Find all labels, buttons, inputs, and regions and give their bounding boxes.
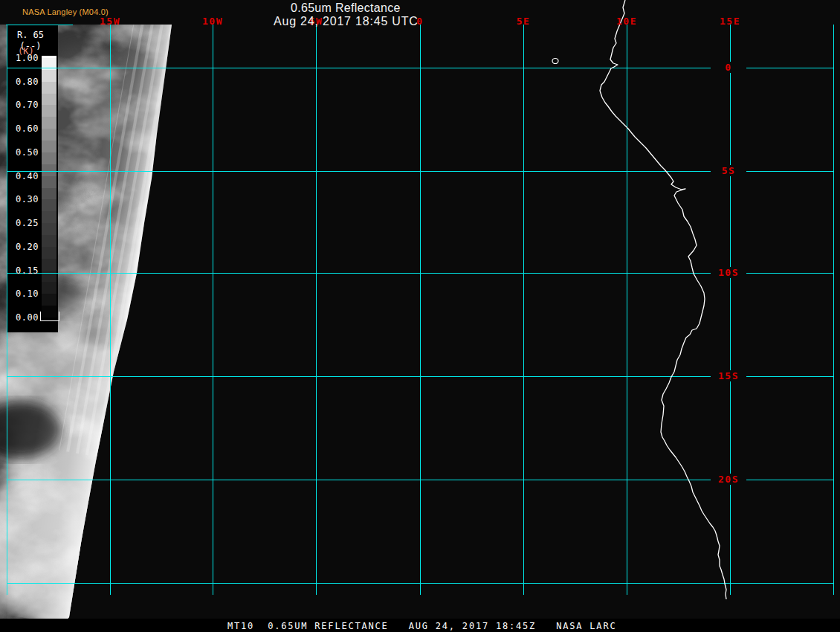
coastline-overlay	[0, 0, 840, 632]
longitude-label: 15W	[86, 16, 134, 27]
latitude-label: 0	[711, 62, 746, 73]
longitude-label: 10E	[603, 16, 650, 27]
longitude-label: 5E	[500, 16, 547, 27]
longitude-label: 10W	[189, 16, 236, 27]
satellite-viewer-canvas: R. 65 (--) (K) 1.000.800.700.600.500.400…	[0, 0, 840, 632]
longitude-label: 15E	[706, 16, 754, 27]
latitude-label: 20S	[711, 474, 746, 485]
page-title: 0.65um Reflectance	[291, 1, 401, 15]
colorbar-tick: 0.25	[9, 217, 39, 229]
coastline-path	[600, 0, 726, 599]
colorbar-tick: 0.80	[9, 76, 39, 88]
status-bar: MT10 0.65UM REFLECTANCE AUG 24, 2017 18:…	[0, 619, 840, 632]
latitude-label: 5S	[711, 165, 746, 176]
latitude-label: 15S	[711, 370, 746, 381]
colorbar-tick: 0.40	[9, 170, 39, 182]
timestamp-title: Aug 24, 2017 18:45 UTC	[274, 15, 419, 28]
latitude-label: 10S	[711, 267, 746, 278]
colorbar-tick: 0.60	[9, 123, 39, 135]
colorbar-tick: 0.50	[9, 146, 39, 158]
island-outline	[552, 59, 558, 64]
colorbar-tick: 0.70	[9, 99, 39, 111]
colorbar-units-overlay: (K)	[18, 46, 34, 57]
colorbar-tick: 0.15	[9, 265, 39, 277]
colorbar-tick: 0.20	[9, 241, 39, 253]
colorbar-tick: 0.00	[9, 312, 39, 323]
credit-label: NASA Langley (M04.0)	[22, 7, 109, 16]
colorbar-title: R. 65	[9, 30, 52, 40]
status-text: MT10 0.65UM REFLECTANCE AUG 24, 2017 18:…	[227, 621, 616, 631]
colorbar-tick: 0.30	[9, 193, 39, 205]
colorbar-tick: 0.10	[9, 288, 39, 300]
